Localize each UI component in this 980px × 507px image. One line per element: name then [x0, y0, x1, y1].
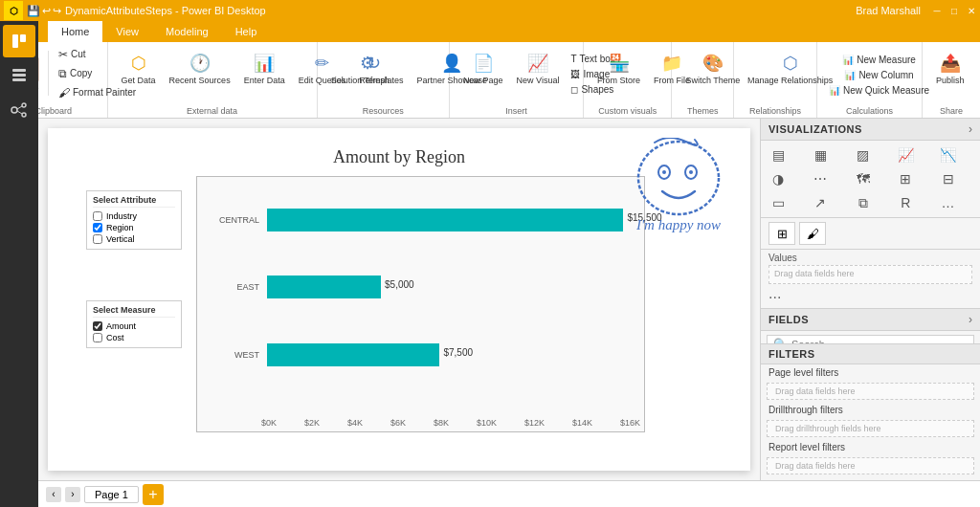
x-label-1: $2K: [304, 418, 320, 428]
viz-slicer[interactable]: ⧉: [850, 191, 877, 214]
viz-icons-grid: ▤ ▦ ▨ 📈 📉 ◑ ⋯ 🗺 ⊞ ⊟ ▭ ↗ ⧉ R …: [761, 141, 980, 218]
fields-expand-btn[interactable]: ›: [969, 313, 972, 326]
amount-checkbox[interactable]: [93, 321, 102, 331]
ribbon-group-insert: 📄 New Page 📈 New Visual T Text box 🖼 Ima…: [450, 42, 584, 118]
select-attribute-box[interactable]: Select Attribute Industry Region Vertica…: [86, 190, 182, 250]
filter-page-level-label: Page level filters: [761, 364, 980, 381]
viz-more[interactable]: …: [935, 191, 962, 214]
custom-group-label: Custom visuals: [584, 106, 671, 116]
close-btn[interactable]: ✕: [963, 2, 980, 19]
filter-page-drag[interactable]: Drag data fields here: [767, 383, 974, 400]
page-tab-1[interactable]: Page 1: [84, 486, 139, 503]
viz-matrix[interactable]: ⊟: [935, 167, 962, 190]
viz-expand-btn[interactable]: ›: [969, 122, 972, 136]
viz-table[interactable]: ⊞: [892, 167, 919, 190]
viz-drag-zone[interactable]: Drag data fields here: [768, 265, 972, 284]
data-view-icon[interactable]: [3, 59, 35, 92]
page-nav-next[interactable]: ›: [65, 487, 80, 502]
external-group-label: External data: [108, 106, 317, 116]
bar-label-central: CENTRAL: [207, 215, 259, 225]
viz-kpi[interactable]: ↗: [807, 191, 834, 214]
window-controls: Brad Marshall ─ □ ✕: [848, 2, 980, 19]
viz-scatter[interactable]: ⋯: [807, 167, 834, 190]
happy-face-svg: [626, 138, 731, 224]
viz-pie[interactable]: ◑: [765, 167, 791, 190]
measure-option-cost[interactable]: Cost: [93, 332, 175, 343]
x-label-0: $0K: [261, 418, 277, 428]
attribute-option-industry[interactable]: Industry: [93, 210, 175, 222]
new-page-btn[interactable]: 📄 New Page: [457, 50, 509, 88]
quick-save[interactable]: 💾: [27, 5, 40, 17]
viz-clustered-bar[interactable]: ▦: [807, 143, 834, 166]
new-visual-btn[interactable]: 📈 New Visual: [511, 50, 566, 88]
viz-more-btn[interactable]: ···: [761, 287, 980, 308]
add-page-btn[interactable]: +: [143, 484, 164, 505]
filters-panel-header: FILTERS: [761, 344, 980, 364]
tab-home[interactable]: Home: [48, 21, 102, 42]
viz-area[interactable]: 📉: [935, 143, 962, 166]
recent-sources-btn[interactable]: 🕐 Recent Sources: [164, 50, 236, 88]
viz-map[interactable]: 🗺: [850, 167, 877, 190]
report-view-icon[interactable]: [3, 25, 35, 57]
x-label-2: $4K: [347, 418, 363, 428]
new-page-icon: 📄: [473, 53, 494, 74]
undo-btn[interactable]: ↩: [42, 5, 51, 17]
get-data-btn[interactable]: ⬡ Get Data: [116, 50, 162, 88]
viz-panel-header: VISUALIZATIONS ›: [761, 119, 980, 141]
viz-card[interactable]: ▭: [765, 191, 791, 214]
tab-help[interactable]: Help: [222, 21, 271, 42]
filter-drillthrough-drag[interactable]: Drag drillthrough fields here: [767, 420, 974, 437]
svg-point-7: [22, 113, 26, 117]
tab-modeling[interactable]: Modeling: [152, 21, 222, 42]
new-measure-btn[interactable]: 📊 New Measure: [838, 53, 920, 67]
select-measure-title: Select Measure: [93, 305, 175, 318]
minimize-btn[interactable]: ─: [928, 2, 946, 19]
user-name: Brad Marshall: [848, 5, 928, 16]
new-column-btn[interactable]: 📊 New Column: [840, 68, 917, 82]
ribbon-group-external: ⬡ Get Data 🕐 Recent Sources 📊 Enter Data…: [108, 42, 318, 118]
select-measure-box[interactable]: Select Measure Amount Cost: [86, 300, 182, 348]
viz-line[interactable]: 📈: [892, 143, 919, 166]
from-store-btn[interactable]: 🏪 From Store: [591, 50, 646, 88]
filters-panel: FILTERS Page level filters Drag data fie…: [760, 343, 980, 480]
attribute-option-vertical[interactable]: Vertical: [93, 233, 175, 245]
filter-report-drag[interactable]: Drag data fields here: [767, 457, 974, 474]
tab-view[interactable]: View: [102, 21, 152, 42]
attribute-option-region[interactable]: Region: [93, 222, 175, 233]
x-label-3: $6K: [390, 418, 406, 428]
switch-theme-icon: 🎨: [702, 53, 724, 74]
title-bar: ⬡ 💾 ↩ ↪ DynamicAttributeSteps - Power BI…: [0, 0, 980, 21]
report-canvas[interactable]: Amount by Region Select Attribute Indust…: [48, 128, 750, 471]
viz-100-bar[interactable]: ▨: [850, 143, 877, 166]
viz-stacked-bar[interactable]: ▤: [765, 143, 791, 166]
x-label-7: $14K: [572, 418, 592, 428]
bar-row-east: EAST $5,000: [207, 276, 635, 298]
cost-checkbox[interactable]: [93, 333, 102, 342]
new-quick-measure-btn[interactable]: 📊 New Quick Measure: [825, 83, 933, 98]
vertical-checkbox[interactable]: [93, 234, 102, 244]
viz-fields-tab[interactable]: ⊞: [768, 222, 795, 245]
new-measure-icon: 📊: [842, 55, 854, 65]
page-nav-prev[interactable]: ‹: [46, 487, 61, 502]
viz-tools-bar: ⊞ 🖌: [761, 218, 980, 250]
maximize-btn[interactable]: □: [946, 2, 963, 19]
svg-rect-2: [12, 69, 26, 72]
industry-checkbox[interactable]: [93, 211, 102, 221]
fields-search-box[interactable]: 🔍: [767, 335, 974, 343]
redo-btn[interactable]: ↪: [53, 5, 61, 17]
solution-templates-btn[interactable]: ⚙ Solution Templates: [325, 50, 410, 88]
get-data-icon: ⬡: [131, 53, 146, 74]
model-view-icon[interactable]: [3, 94, 35, 126]
enter-data-btn[interactable]: 📊 Enter Data: [238, 50, 291, 88]
bar-fill-east: [267, 276, 381, 298]
viz-custom[interactable]: R: [892, 191, 919, 214]
from-store-icon: 🏪: [609, 53, 630, 74]
region-checkbox[interactable]: [93, 223, 102, 232]
viz-format-tab[interactable]: 🖌: [799, 222, 826, 245]
publish-btn[interactable]: 📤 Publish: [930, 50, 970, 88]
calculations-group-label: Calculations: [817, 106, 922, 116]
measure-option-amount[interactable]: Amount: [93, 320, 175, 332]
image-icon: 🖼: [570, 69, 580, 79]
fields-panel-header: FIELDS ›: [761, 309, 980, 331]
themes-group-label: Themes: [672, 106, 733, 116]
